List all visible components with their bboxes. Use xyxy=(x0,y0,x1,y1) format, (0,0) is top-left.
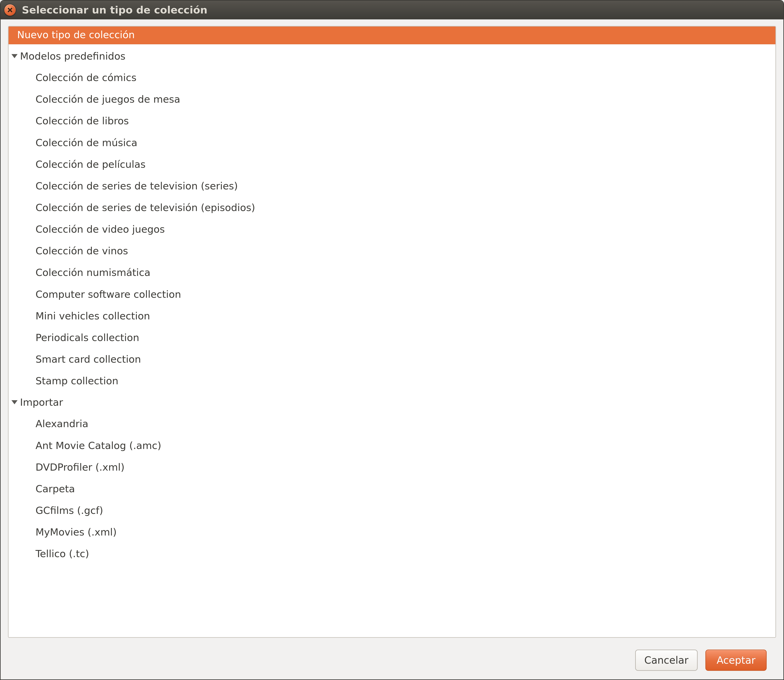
tree-item[interactable]: Computer software collection xyxy=(9,283,775,305)
tree-item[interactable]: Stamp collection xyxy=(9,370,775,392)
tree-group-label: Modelos predefinidos xyxy=(20,47,126,66)
chevron-down-icon xyxy=(11,400,17,404)
tree-item[interactable]: Tellico (.tc) xyxy=(9,543,775,565)
tree-item[interactable]: Ant Movie Catalog (.amc) xyxy=(9,435,775,456)
tree-item[interactable]: Smart card collection xyxy=(9,348,775,370)
accept-button[interactable]: Aceptar xyxy=(705,650,767,671)
window-title: Seleccionar un tipo de colección xyxy=(22,4,207,16)
tree-item[interactable]: Colección de libros xyxy=(9,110,775,132)
tree-item[interactable]: Colección de cómics xyxy=(9,67,775,88)
tree-item[interactable]: Mini vehicles collection xyxy=(9,305,775,327)
tree-item[interactable]: GCfilms (.gcf) xyxy=(9,500,775,521)
tree-item[interactable]: Colección de películas xyxy=(9,153,775,175)
tree-item[interactable]: Periodicals collection xyxy=(9,327,775,348)
tree-item[interactable]: MyMovies (.xml) xyxy=(9,521,775,543)
tree-group-import[interactable]: Importar xyxy=(9,392,775,413)
titlebar: Seleccionar un tipo de colección xyxy=(1,1,783,19)
cancel-button[interactable]: Cancelar xyxy=(635,650,698,671)
tree-group-label: Importar xyxy=(20,393,63,412)
tree-body: Modelos predefinidos Colección de cómics… xyxy=(9,44,775,571)
collection-tree[interactable]: Nuevo tipo de colección Modelos predefin… xyxy=(8,26,776,638)
tree-item[interactable]: Colección de series de television (serie… xyxy=(9,175,775,197)
dialog-window: Seleccionar un tipo de colección Nuevo t… xyxy=(0,0,784,680)
tree-item[interactable]: Colección de video juegos xyxy=(9,218,775,240)
tree-item[interactable]: Colección de música xyxy=(9,132,775,153)
dialog-content: Nuevo tipo de colección Modelos predefin… xyxy=(1,19,783,679)
tree-item[interactable]: Alexandria xyxy=(9,413,775,434)
dialog-button-bar: Cancelar Aceptar xyxy=(8,638,776,679)
tree-group-predefined-models[interactable]: Modelos predefinidos xyxy=(9,46,775,67)
tree-item[interactable]: Colección de vinos xyxy=(9,240,775,261)
tree-item[interactable]: Colección numismática xyxy=(9,261,775,283)
tree-item[interactable]: Colección de juegos de mesa xyxy=(9,88,775,110)
tree-item[interactable]: Carpeta xyxy=(9,478,775,500)
tree-item[interactable]: DVDProfiler (.xml) xyxy=(9,456,775,478)
tree-column-header[interactable]: Nuevo tipo de colección xyxy=(9,27,775,44)
close-icon[interactable] xyxy=(4,4,16,16)
chevron-down-icon xyxy=(11,54,17,58)
tree-item[interactable]: Colección de series de televisión (episo… xyxy=(9,197,775,218)
